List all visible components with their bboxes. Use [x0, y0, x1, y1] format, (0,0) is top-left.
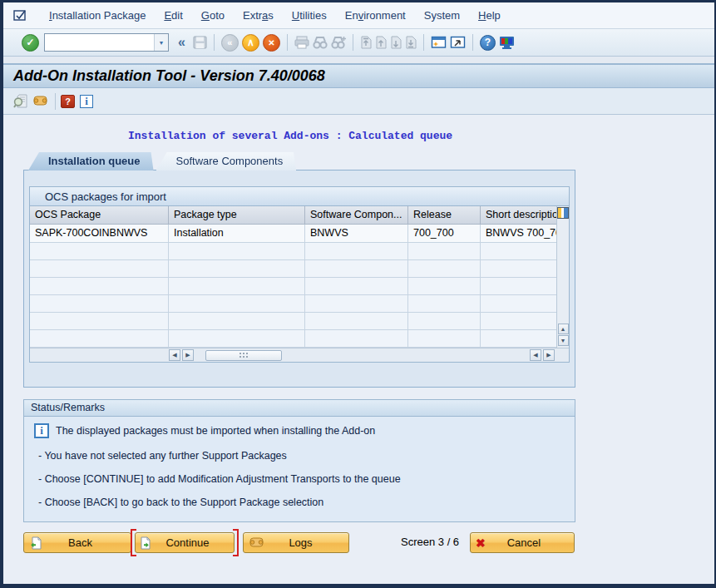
table-cell	[30, 330, 169, 348]
scroll-down-icon[interactable]: ▼	[558, 335, 569, 346]
column-header-short-descriptio[interactable]: Short descriptio	[481, 206, 556, 225]
enter-button[interactable]: ✓	[22, 34, 39, 52]
menu-item-extras[interactable]: Extras	[234, 6, 283, 25]
command-input[interactable]	[45, 35, 154, 50]
toolbar-separator	[214, 34, 215, 51]
scroll-left-icon[interactable]: ◀	[530, 349, 541, 361]
column-header-release[interactable]: Release	[408, 206, 481, 225]
toolbar-separator	[55, 93, 56, 110]
scroll-right-icon[interactable]: ▶	[182, 349, 194, 361]
menu-item-help[interactable]: Help	[469, 6, 510, 25]
ocs-packages-groupbox: OCS packages for import OCS PackagePacka…	[29, 186, 570, 363]
title-bar: Add-On Installation Tool - Version 7.40/…	[3, 63, 714, 88]
chevron-down-icon[interactable]: ▼	[154, 34, 168, 51]
tab-strip: Installation queue Software Components	[28, 152, 714, 170]
table-cell	[169, 260, 305, 278]
cancel-transaction-icon[interactable]: ✕	[263, 34, 280, 52]
menu-bar: Installation PackageEditGotoExtrasUtilit…	[3, 2, 714, 29]
table-empty-row[interactable]	[30, 260, 556, 278]
table-cell	[481, 260, 556, 278]
table-cell	[481, 330, 556, 348]
logs-scroll-icon	[249, 536, 264, 549]
table-cell	[408, 260, 481, 278]
table-cell	[481, 278, 556, 295]
standard-toolbar: ✓ ▼ « « ∧ ✕	[3, 29, 714, 57]
page-title: Add-On Installation Tool - Version 7.40/…	[13, 67, 325, 85]
menu-item-edit[interactable]: Edit	[155, 6, 191, 25]
tab-software-components[interactable]: Software Components	[156, 152, 297, 170]
command-field[interactable]: ▼	[44, 33, 169, 52]
vertical-scrollbar[interactable]: ▲ ▼	[556, 206, 569, 348]
status-info-line: The displayed packages must be imported …	[56, 425, 375, 437]
table-cell	[30, 243, 169, 260]
horizontal-scrollbar[interactable]: ◀ ▶ ◀ ▶	[30, 348, 569, 362]
table-cell	[169, 330, 305, 348]
column-header-ocs-package[interactable]: OCS Package	[30, 206, 169, 225]
table-empty-row[interactable]	[30, 330, 556, 348]
column-header-package-type[interactable]: Package type	[169, 206, 305, 225]
tab-panel: OCS packages for import OCS PackagePacka…	[23, 170, 575, 388]
table-cell	[169, 295, 305, 313]
groupbox-title: OCS packages for import	[30, 187, 569, 206]
menu-item-utilities[interactable]: Utilities	[283, 6, 336, 25]
print-icon	[294, 36, 309, 49]
info-icon: i	[34, 423, 49, 438]
status-line: - Choose [CONTINUE] to add Modification …	[38, 473, 565, 485]
table-cell	[169, 313, 305, 330]
new-session-icon[interactable]	[431, 36, 447, 49]
status-line: - You have not selected any further Supp…	[38, 450, 565, 462]
scrollbar-thumb[interactable]	[205, 350, 282, 361]
menu-item-goto[interactable]: Goto	[192, 6, 234, 25]
window-gap	[3, 57, 714, 63]
first-page-icon	[360, 36, 372, 49]
system-menu-icon[interactable]	[13, 9, 28, 22]
scroll-left-icon[interactable]: ◀	[169, 349, 180, 361]
save-icon	[193, 36, 207, 49]
menu-item-environment[interactable]: Environment	[336, 6, 415, 25]
table-empty-row[interactable]	[30, 243, 556, 260]
tab-installation-queue[interactable]: Installation queue	[28, 152, 154, 170]
column-header-software-compon[interactable]: Software Compon...	[305, 206, 408, 225]
back-icon[interactable]: «	[221, 34, 239, 52]
menu-item-system[interactable]: System	[415, 6, 469, 25]
table-header-row: OCS PackagePackage typeSoftware Compon..…	[30, 206, 556, 225]
find-icon	[313, 36, 328, 49]
table-cell	[30, 313, 169, 330]
info-icon[interactable]: i	[80, 95, 93, 108]
create-shortcut-icon[interactable]	[450, 36, 466, 49]
continue-button-highlight: Continue	[131, 529, 239, 556]
cancel-button[interactable]: ✖ Cancel	[470, 532, 575, 553]
continue-button[interactable]: Continue	[135, 532, 235, 553]
toolbar-separator	[353, 34, 353, 51]
table-cell	[305, 243, 408, 260]
table-cell	[305, 278, 408, 295]
scroll-right-icon[interactable]: ▶	[543, 349, 555, 361]
logs-scroll-icon[interactable]	[32, 95, 48, 107]
table-settings-icon[interactable]	[557, 207, 569, 219]
help-icon[interactable]: ?	[480, 35, 496, 51]
table-cell	[481, 295, 556, 313]
logs-button[interactable]: Logs	[243, 532, 349, 553]
table-empty-row[interactable]	[30, 295, 556, 313]
table-cell	[305, 295, 408, 313]
table-cell	[481, 313, 556, 330]
menu-item-installation-package[interactable]: Installation Package	[40, 6, 155, 25]
toolbar-separator	[423, 34, 424, 51]
table-cell	[169, 278, 305, 295]
table-empty-row[interactable]	[30, 313, 556, 330]
table-row[interactable]: SAPK-700COINBNWVSInstallationBNWVS700_70…	[30, 225, 556, 243]
table-cell	[305, 260, 408, 278]
exit-up-icon[interactable]: ∧	[242, 34, 259, 52]
customize-layout-icon[interactable]	[499, 36, 516, 50]
table-cell	[408, 243, 481, 260]
table-empty-row[interactable]	[30, 278, 556, 295]
collapse-toolbar-icon[interactable]: «	[178, 35, 185, 50]
application-help-icon[interactable]: ?	[61, 95, 75, 108]
table-cell: 700_700	[408, 225, 481, 243]
find-next-icon	[331, 36, 346, 49]
scroll-up-icon[interactable]: ▲	[558, 324, 569, 334]
display-magnifier-icon	[13, 94, 29, 108]
back-button[interactable]: Back	[23, 532, 131, 553]
cancel-x-icon: ✖	[476, 536, 486, 550]
status-line: - Choose [BACK] to go back to the Suppor…	[38, 497, 565, 508]
